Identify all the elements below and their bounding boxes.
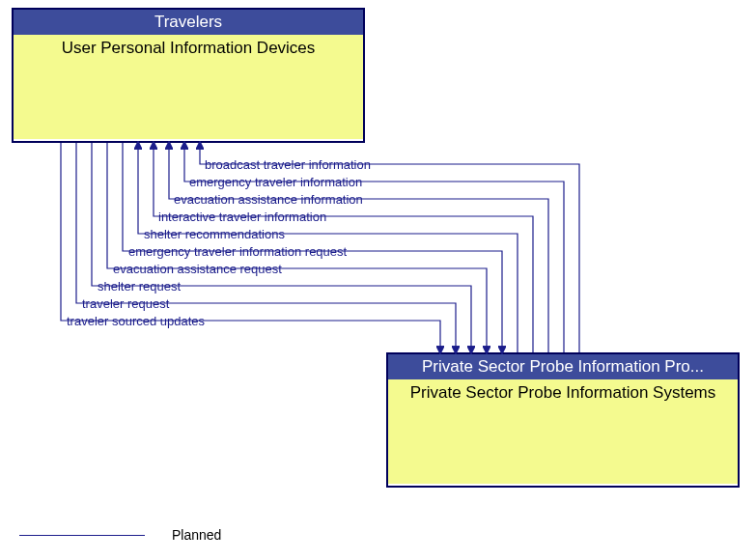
node-private-sector: Private Sector Probe Information Pro... … — [386, 352, 740, 488]
flow-label: interactive traveler information — [158, 210, 326, 224]
flow-label: traveler sourced updates — [67, 314, 205, 328]
node-travelers: Travelers User Personal Information Devi… — [12, 8, 365, 143]
flow-label: evacuation assistance request — [113, 262, 282, 276]
flow-label: traveler request — [82, 296, 169, 311]
flow-label: broadcast traveler information — [205, 157, 371, 172]
node-travelers-body: User Personal Information Devices — [14, 35, 363, 139]
legend-planned: Planned — [19, 527, 221, 543]
flow-label: emergency traveler information request — [128, 244, 347, 259]
node-private-sector-body: Private Sector Probe Information Systems — [388, 379, 738, 484]
legend-line — [19, 535, 145, 536]
flow-label: emergency traveler information — [189, 175, 362, 189]
node-travelers-header: Travelers — [14, 10, 363, 35]
legend-label: Planned — [172, 527, 221, 543]
flow-label: shelter request — [98, 279, 181, 294]
node-private-sector-header: Private Sector Probe Information Pro... — [388, 354, 738, 379]
flow-label: evacuation assistance information — [174, 192, 363, 207]
flow-label: shelter recommendations — [144, 227, 285, 241]
